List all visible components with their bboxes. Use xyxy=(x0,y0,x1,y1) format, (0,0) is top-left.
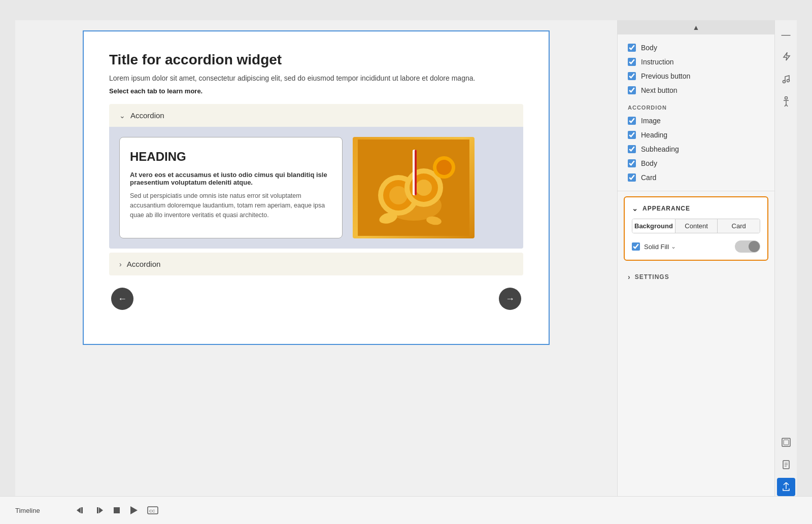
person-icon-button[interactable] xyxy=(777,92,795,111)
svg-marker-23 xyxy=(77,507,81,513)
subheading-label: Subheading xyxy=(641,145,679,153)
svg-rect-24 xyxy=(81,507,83,513)
dash-icon-button[interactable]: — xyxy=(777,25,795,44)
doc-icon-button[interactable] xyxy=(777,456,795,474)
panel-item-image[interactable]: Image xyxy=(628,114,764,128)
card-heading: HEADING xyxy=(130,150,332,164)
svg-point-15 xyxy=(787,80,789,82)
svg-marker-28 xyxy=(130,506,138,514)
image-label: Image xyxy=(641,117,661,125)
card-subheading: At vero eos et accusamus et iusto odio c… xyxy=(130,171,332,186)
heading-label: Heading xyxy=(641,131,667,139)
accordion-item-1[interactable]: ⌄ Accordion HEADING At vero eos et accus… xyxy=(109,104,523,249)
play-button[interactable] xyxy=(130,506,138,515)
body-label: Body xyxy=(641,44,657,52)
panel-item-next-button[interactable]: Next button xyxy=(628,83,764,97)
panel-item-subheading[interactable]: Subheading xyxy=(628,142,764,156)
timeline-controls: CC xyxy=(76,506,158,515)
solid-fill-label: Solid Fill ⌄ xyxy=(644,243,731,251)
slide-instruction: Select each tab to learn more. xyxy=(109,87,523,95)
canvas-area: Title for accordion widget Lorem ipsum d… xyxy=(15,20,617,496)
subheading-checkbox[interactable] xyxy=(628,145,636,153)
next-button-checkbox[interactable] xyxy=(628,86,636,94)
accordion-content-1: HEADING At vero eos et accusamus et iust… xyxy=(109,127,523,249)
accordion-item-2[interactable]: › Accordion xyxy=(109,253,523,275)
chevron-down-icon-appearance: ⌄ xyxy=(632,204,638,213)
appearance-tabs: Background Content Card xyxy=(632,219,760,233)
prev-nav-button[interactable]: ← xyxy=(111,288,133,310)
accordion-label-1: Accordion xyxy=(130,111,164,120)
solid-fill-row: Solid Fill ⌄ xyxy=(632,240,760,253)
appearance-title: APPEARANCE xyxy=(642,205,690,212)
timeline-label: Timeline xyxy=(15,507,66,514)
svg-rect-27 xyxy=(114,507,120,513)
lightning-icon-button[interactable] xyxy=(777,48,795,66)
svg-rect-18 xyxy=(784,440,789,445)
settings-label: SETTINGS xyxy=(635,273,669,281)
share-icon-button[interactable] xyxy=(777,478,795,496)
panel-item-body[interactable]: Body xyxy=(628,41,764,55)
svg-rect-25 xyxy=(97,507,98,513)
music-icon-button[interactable] xyxy=(777,70,795,88)
panel-item-heading[interactable]: Heading xyxy=(628,128,764,142)
prev-button-label: Previous button xyxy=(641,72,690,80)
body2-checkbox[interactable] xyxy=(628,159,636,167)
right-panel: ▲ Body Instruction Previous button Next … xyxy=(617,20,774,496)
accordion-header-2[interactable]: › Accordion xyxy=(109,253,523,275)
toggle-knob xyxy=(749,241,760,252)
panel-item-instruction[interactable]: Instruction xyxy=(628,55,764,69)
panel-item-card[interactable]: Card xyxy=(628,170,764,185)
chevron-down-icon-fill: ⌄ xyxy=(671,243,676,250)
image-checkbox[interactable] xyxy=(628,117,636,125)
tab-content[interactable]: Content xyxy=(675,219,718,233)
icon-strip: — xyxy=(774,20,797,496)
slide-subtitle: Lorem ipsum dolor sit amet, consectetur … xyxy=(109,74,523,82)
appearance-header: ⌄ APPEARANCE xyxy=(632,204,760,213)
captions-button[interactable]: CC xyxy=(147,506,158,514)
timeline-bar: Timeline CC xyxy=(0,496,812,524)
slide-title: Title for accordion widget xyxy=(109,52,523,68)
heading-checkbox[interactable] xyxy=(628,131,636,139)
tab-card[interactable]: Card xyxy=(718,219,760,233)
svg-rect-9 xyxy=(415,150,417,195)
svg-point-14 xyxy=(783,81,785,83)
chevron-down-icon: ⌄ xyxy=(119,112,125,120)
panel-item-body2[interactable]: Body xyxy=(628,156,764,170)
accordion-label-2: Accordion xyxy=(127,260,161,268)
svg-point-7 xyxy=(416,180,432,196)
instruction-checkbox[interactable] xyxy=(628,58,636,66)
next-nav-button[interactable]: → xyxy=(499,288,521,310)
settings-row[interactable]: › SETTINGS xyxy=(618,266,774,288)
next-button-label: Next button xyxy=(641,86,678,94)
panel-item-prev-button[interactable]: Previous button xyxy=(628,69,764,83)
panel-scroll-up[interactable]: ▲ xyxy=(618,20,774,34)
card-label: Card xyxy=(641,173,656,182)
svg-marker-26 xyxy=(99,507,103,513)
accordion-card: HEADING At vero eos et accusamus et iust… xyxy=(119,137,343,238)
panel-main-section: Body Instruction Previous button Next bu… xyxy=(618,34,774,191)
svg-point-16 xyxy=(785,97,787,99)
body2-label: Body xyxy=(641,159,657,167)
tab-background[interactable]: Background xyxy=(632,219,675,233)
card-body: Sed ut perspiciatis unde omnis iste natu… xyxy=(130,191,332,220)
rewind-button[interactable] xyxy=(76,506,85,515)
chevron-right-icon: › xyxy=(119,260,122,268)
instruction-label: Instruction xyxy=(641,58,674,66)
chevron-up-icon: ▲ xyxy=(693,23,700,31)
slide-frame: Title for accordion widget Lorem ipsum d… xyxy=(83,30,550,345)
card-checkbox[interactable] xyxy=(628,173,636,182)
stop-button[interactable] xyxy=(113,506,121,514)
solid-fill-checkbox[interactable] xyxy=(632,242,640,251)
accordion-section-title: ACCORDION xyxy=(628,104,764,111)
accordion-image xyxy=(353,137,475,238)
body-checkbox[interactable] xyxy=(628,44,636,52)
prev-button-checkbox[interactable] xyxy=(628,72,636,80)
frame-icon-button[interactable] xyxy=(777,433,795,451)
nav-buttons: ← → xyxy=(109,288,523,310)
svg-rect-17 xyxy=(782,438,790,446)
step-forward-button[interactable] xyxy=(94,506,104,515)
accordion-header-1[interactable]: ⌄ Accordion xyxy=(109,104,523,127)
appearance-section: ⌄ APPEARANCE Background Content Card Sol… xyxy=(624,196,768,261)
svg-text:CC: CC xyxy=(149,509,155,513)
solid-fill-toggle[interactable] xyxy=(735,240,760,253)
